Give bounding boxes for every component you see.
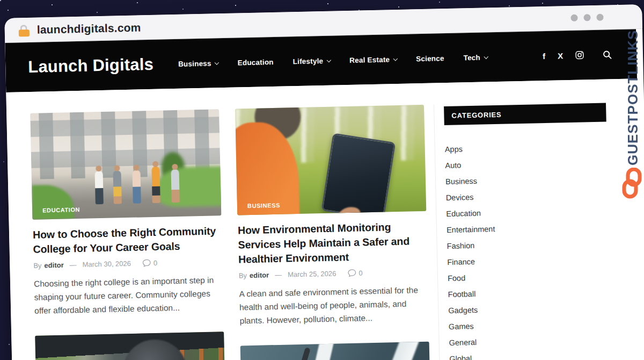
nav-item-real-estate[interactable]: Real Estate <box>349 55 397 64</box>
nav-item-science[interactable]: Science <box>416 54 444 63</box>
article-image-partial[interactable] <box>35 332 226 360</box>
articles-grid: EDUCATION How to Choose the Right Commun… <box>30 105 431 360</box>
article-excerpt: Choosing the right college is an importa… <box>34 273 224 318</box>
instagram-icon[interactable] <box>575 51 584 59</box>
article-title[interactable]: How to Choose the Right Community Colleg… <box>33 224 222 256</box>
author-link[interactable]: editor <box>44 261 63 269</box>
social-icons: f X <box>543 50 612 61</box>
chevron-down-icon <box>215 60 219 64</box>
category-badge[interactable]: EDUCATION <box>36 204 86 217</box>
nav-item-tech[interactable]: Tech <box>463 53 487 62</box>
article-excerpt: A clean and safe environment is essentia… <box>239 283 429 328</box>
window-control-dots[interactable] <box>570 14 603 21</box>
chevron-down-icon <box>393 56 398 61</box>
article-column-1: EDUCATION How to Choose the Right Commun… <box>30 109 226 360</box>
article-image-partial[interactable] <box>240 342 431 360</box>
browser-window: launchdigitals.com Launch Digitals Busin… <box>4 4 644 360</box>
article-date: March 30, 2026 <box>82 260 131 269</box>
author-link[interactable]: editor <box>250 271 269 279</box>
nav-item-business[interactable]: Business <box>178 59 218 68</box>
categories-widget-title: CATEGORIES <box>444 103 606 126</box>
article-date: March 25, 2026 <box>288 269 336 278</box>
comment-count[interactable]: 0 <box>347 269 363 277</box>
nav-item-education[interactable]: Education <box>237 57 273 66</box>
category-badge[interactable]: BUSINESS <box>241 199 287 212</box>
article-image-college-students[interactable]: EDUCATION <box>30 109 221 220</box>
site-logo[interactable]: Launch Digitals <box>28 55 154 77</box>
article-meta: By editor — March 25, 2026 0 <box>239 268 428 280</box>
comment-icon <box>347 269 356 277</box>
main-nav: Business Education Lifestyle Real Estate… <box>178 53 487 68</box>
article-image-environmental-monitoring[interactable]: BUSINESS <box>235 105 426 215</box>
facebook-icon[interactable]: f <box>543 51 545 60</box>
comment-icon <box>142 259 151 267</box>
lock-icon <box>19 24 30 36</box>
address-bar-url[interactable]: launchdigitals.com <box>36 21 141 36</box>
article-meta: By editor — March 30, 2026 0 <box>33 257 222 270</box>
page-content: EDUCATION How to Choose the Right Commun… <box>6 78 644 360</box>
nav-item-lifestyle[interactable]: Lifestyle <box>292 56 330 66</box>
article-title[interactable]: How Environmental Monitoring Services He… <box>238 219 428 267</box>
chevron-down-icon <box>484 54 488 59</box>
search-icon[interactable] <box>603 50 612 59</box>
sidebar: CATEGORIES Apps Auto Business Devices Ed… <box>434 100 619 360</box>
comment-count[interactable]: 0 <box>142 259 158 268</box>
article-column-2: BUSINESS How Environmental Monitoring Se… <box>235 105 431 360</box>
categories-list: Apps Auto Business Devices Education Ent… <box>444 138 617 360</box>
chevron-down-icon <box>327 58 331 62</box>
x-icon[interactable]: X <box>558 51 563 60</box>
